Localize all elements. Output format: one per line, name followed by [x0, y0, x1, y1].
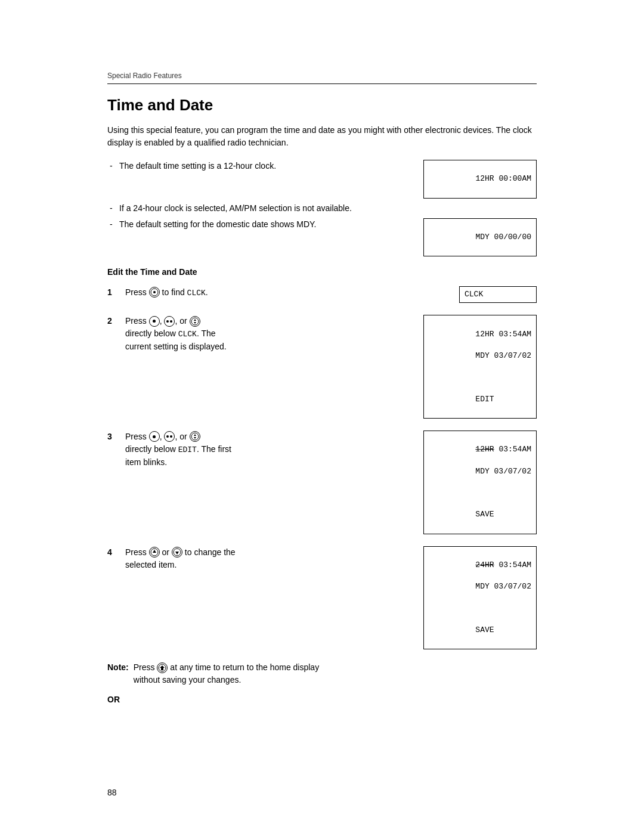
down-button-icon	[172, 547, 182, 558]
step-2-content: Press , , or directly below CLCK. Thecur…	[125, 315, 411, 353]
arrows-button-icon-2	[190, 316, 200, 327]
bullet-item-2: If a 24-hour clock is selected, AM/PM se…	[107, 202, 537, 215]
seek-button-icon	[149, 287, 160, 298]
step-4-display-box: 24HR 03:54AM MDY 03/07/02 SAVE	[423, 546, 537, 650]
step-3-display: 12HR 03:54AM MDY 03/07/02 SAVE	[423, 431, 537, 534]
bullet-text-1: The default time setting is a 12-hour cl…	[119, 160, 411, 172]
svg-point-5	[191, 433, 199, 440]
arrows-button-icon-3	[190, 431, 200, 442]
svg-marker-9	[153, 550, 156, 553]
page-container: Special Radio Features Time and Date Usi…	[0, 0, 644, 833]
step-2-display: 12HR 03:54AM MDY 03/07/02 EDIT	[423, 315, 537, 419]
note-content: Press at any time to return to the home …	[134, 661, 319, 686]
bullet-text-2: If a 24-hour clock is selected, AM/PM se…	[119, 202, 537, 215]
step-3-display-box: 12HR 03:54AM MDY 03/07/02 SAVE	[423, 431, 537, 534]
section-label: Special Radio Features	[107, 72, 537, 80]
display-box-1: 12HR 00:00AM	[423, 160, 537, 199]
svg-marker-7	[194, 437, 196, 439]
edit-heading: Edit the Time and Date	[107, 267, 537, 277]
svg-marker-3	[194, 319, 196, 321]
dotdot-button-icon-3	[164, 431, 175, 442]
step-4-display: 24HR 03:54AM MDY 03/07/02 SAVE	[423, 546, 537, 650]
page-title: Time and Date	[107, 96, 537, 114]
step-1-number: 1	[107, 286, 125, 297]
intro-paragraph: Using this special feature, you can prog…	[107, 124, 537, 149]
step-1-row: 1 Press to find CLCK. CLCK	[107, 286, 537, 303]
note-row: Note: Press at any time to return to the…	[107, 661, 537, 686]
step-2-display-box: 12HR 03:54AM MDY 03/07/02 EDIT	[423, 315, 537, 419]
bullet-list: The default time setting is a 12-hour cl…	[107, 160, 537, 256]
step-3-content: Press , , or directly below EDIT. The fi…	[125, 431, 411, 469]
step-1-display: CLCK	[459, 286, 537, 303]
dotdot-button-icon	[164, 316, 175, 327]
svg-marker-4	[194, 322, 196, 324]
svg-marker-6	[194, 434, 196, 436]
step-2-number: 2	[107, 315, 125, 326]
step-1-content: Press to find CLCK.	[125, 286, 447, 299]
dot-button-icon-3	[149, 431, 160, 442]
step-4-row: 4 Press or to change theselected item	[107, 546, 537, 650]
bullet-item-1: The default time setting is a 12-hour cl…	[107, 160, 537, 199]
svg-marker-13	[160, 665, 165, 670]
note-label: Note:	[107, 661, 129, 674]
dot-button-icon	[149, 316, 160, 327]
svg-point-2	[191, 318, 199, 325]
step-4-number: 4	[107, 546, 125, 557]
step-4-content: Press or to change theselected item.	[125, 546, 411, 571]
step-3-number: 3	[107, 431, 125, 441]
up-button-icon	[149, 547, 160, 558]
or-text: OR	[107, 695, 537, 704]
bullet-text-3: The default setting for the domestic dat…	[119, 218, 411, 231]
svg-point-1	[153, 291, 156, 293]
top-divider	[107, 83, 537, 84]
page-number: 88	[107, 788, 117, 797]
steps-container: 1 Press to find CLCK. CLCK 2 Press	[107, 286, 537, 649]
step-3-row: 3 Press , , or directly below EDIT. The …	[107, 431, 537, 534]
bullet-item-3: The default setting for the domestic dat…	[107, 218, 537, 257]
display-box-2: MDY 00/00/00	[423, 218, 537, 257]
step-1-display-box: CLCK	[459, 286, 537, 303]
home-button-icon	[157, 662, 168, 673]
svg-marker-11	[175, 552, 179, 555]
step-2-row: 2 Press , , or directly below CLCK. Thec…	[107, 315, 537, 419]
